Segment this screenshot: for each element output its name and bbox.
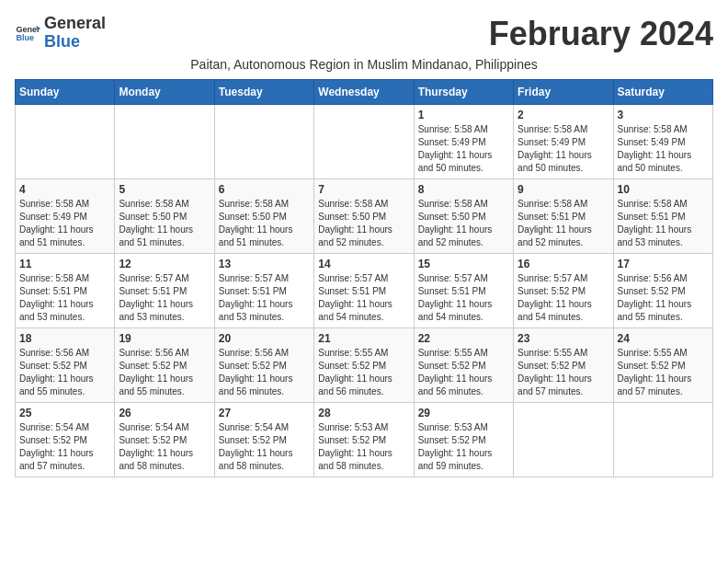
day-number: 14 [318,258,409,270]
day-detail: Sunrise: 5:56 AMSunset: 5:52 PMDaylight:… [119,347,210,398]
day-number: 29 [418,407,509,419]
day-detail: Sunrise: 5:54 AMSunset: 5:52 PMDaylight:… [19,421,110,473]
calendar-week-row: 1Sunrise: 5:58 AMSunset: 5:49 PMDaylight… [16,105,713,179]
month-title: February 2024 [489,15,713,53]
calendar-header-row: SundayMondayTuesdayWednesdayThursdayFrid… [16,80,713,105]
day-number: 27 [219,407,310,419]
logo-icon: General Blue [15,20,40,46]
day-number: 12 [119,258,210,270]
day-number: 28 [318,407,409,419]
day-number: 24 [618,332,709,345]
calendar-day-cell: 29Sunrise: 5:53 AMSunset: 5:52 PMDayligh… [414,403,513,477]
day-number: 3 [618,109,709,121]
calendar-day-cell: 1Sunrise: 5:58 AMSunset: 5:49 PMDaylight… [414,105,513,179]
calendar-week-row: 11Sunrise: 5:58 AMSunset: 5:51 PMDayligh… [16,254,713,328]
day-number: 22 [418,332,509,345]
calendar-day-cell: 20Sunrise: 5:56 AMSunset: 5:52 PMDayligh… [214,328,313,403]
calendar-day-cell: 26Sunrise: 5:54 AMSunset: 5:52 PMDayligh… [115,403,214,477]
calendar-day-cell: 15Sunrise: 5:57 AMSunset: 5:51 PMDayligh… [414,254,513,328]
calendar-day-cell: 9Sunrise: 5:58 AMSunset: 5:51 PMDaylight… [514,179,613,254]
day-of-week-header: Tuesday [214,80,313,105]
calendar-day-cell [115,105,214,179]
day-detail: Sunrise: 5:55 AMSunset: 5:52 PMDaylight:… [618,347,709,398]
day-detail: Sunrise: 5:58 AMSunset: 5:50 PMDaylight:… [219,198,310,249]
day-number: 7 [318,183,409,196]
day-detail: Sunrise: 5:58 AMSunset: 5:50 PMDaylight:… [318,198,409,249]
day-detail: Sunrise: 5:54 AMSunset: 5:52 PMDaylight:… [119,421,210,473]
calendar-day-cell: 23Sunrise: 5:55 AMSunset: 5:52 PMDayligh… [514,328,613,403]
day-of-week-header: Monday [115,80,214,105]
day-number: 11 [19,258,110,270]
day-detail: Sunrise: 5:58 AMSunset: 5:51 PMDaylight:… [618,198,709,249]
calendar-day-cell [16,105,115,179]
day-detail: Sunrise: 5:53 AMSunset: 5:52 PMDaylight:… [418,421,509,473]
logo: General Blue General Blue [15,15,106,52]
day-detail: Sunrise: 5:55 AMSunset: 5:52 PMDaylight:… [518,347,609,398]
calendar-day-cell: 28Sunrise: 5:53 AMSunset: 5:52 PMDayligh… [314,403,414,477]
calendar-week-row: 25Sunrise: 5:54 AMSunset: 5:52 PMDayligh… [16,403,713,477]
day-number: 15 [418,258,509,270]
calendar-week-row: 18Sunrise: 5:56 AMSunset: 5:52 PMDayligh… [16,328,713,403]
calendar-week-row: 4Sunrise: 5:58 AMSunset: 5:49 PMDaylight… [16,179,713,254]
day-of-week-header: Wednesday [314,80,414,105]
calendar-day-cell: 11Sunrise: 5:58 AMSunset: 5:51 PMDayligh… [16,254,115,328]
calendar-day-cell: 25Sunrise: 5:54 AMSunset: 5:52 PMDayligh… [16,403,115,477]
calendar-day-cell: 2Sunrise: 5:58 AMSunset: 5:49 PMDaylight… [514,105,613,179]
calendar-table: SundayMondayTuesdayWednesdayThursdayFrid… [15,79,713,477]
day-number: 2 [518,109,609,121]
day-number: 21 [318,332,409,345]
day-detail: Sunrise: 5:53 AMSunset: 5:52 PMDaylight:… [318,421,409,473]
calendar-day-cell: 19Sunrise: 5:56 AMSunset: 5:52 PMDayligh… [115,328,214,403]
calendar-day-cell: 10Sunrise: 5:58 AMSunset: 5:51 PMDayligh… [613,179,712,254]
calendar-day-cell [214,105,313,179]
day-detail: Sunrise: 5:54 AMSunset: 5:52 PMDaylight:… [219,421,310,473]
day-number: 4 [19,183,110,196]
day-number: 19 [119,332,210,345]
day-number: 16 [518,258,609,270]
day-number: 20 [219,332,310,345]
day-detail: Sunrise: 5:57 AMSunset: 5:51 PMDaylight:… [418,272,509,324]
logo-text: General Blue [44,15,106,52]
day-detail: Sunrise: 5:58 AMSunset: 5:49 PMDaylight:… [618,123,709,175]
calendar-day-cell: 4Sunrise: 5:58 AMSunset: 5:49 PMDaylight… [16,179,115,254]
day-detail: Sunrise: 5:55 AMSunset: 5:52 PMDaylight:… [318,347,409,398]
day-detail: Sunrise: 5:55 AMSunset: 5:52 PMDaylight:… [418,347,509,398]
svg-text:Blue: Blue [16,33,34,42]
subtitle: Paitan, Autonomous Region in Muslim Mind… [15,57,713,72]
calendar-day-cell: 17Sunrise: 5:56 AMSunset: 5:52 PMDayligh… [613,254,712,328]
day-number: 17 [618,258,709,270]
calendar-day-cell: 24Sunrise: 5:55 AMSunset: 5:52 PMDayligh… [613,328,712,403]
day-number: 10 [618,183,709,196]
calendar-day-cell: 12Sunrise: 5:57 AMSunset: 5:51 PMDayligh… [115,254,214,328]
day-detail: Sunrise: 5:58 AMSunset: 5:49 PMDaylight:… [418,123,509,175]
calendar-day-cell: 21Sunrise: 5:55 AMSunset: 5:52 PMDayligh… [314,328,414,403]
day-number: 13 [219,258,310,270]
day-detail: Sunrise: 5:58 AMSunset: 5:49 PMDaylight:… [19,198,110,249]
day-number: 23 [518,332,609,345]
calendar-body: 1Sunrise: 5:58 AMSunset: 5:49 PMDaylight… [16,105,713,477]
calendar-day-cell: 8Sunrise: 5:58 AMSunset: 5:50 PMDaylight… [414,179,513,254]
day-number: 18 [19,332,110,345]
day-detail: Sunrise: 5:57 AMSunset: 5:51 PMDaylight:… [318,272,409,324]
calendar-day-cell [314,105,414,179]
day-detail: Sunrise: 5:58 AMSunset: 5:49 PMDaylight:… [518,123,609,175]
calendar-day-cell: 3Sunrise: 5:58 AMSunset: 5:49 PMDaylight… [613,105,712,179]
calendar-day-cell: 7Sunrise: 5:58 AMSunset: 5:50 PMDaylight… [314,179,414,254]
calendar-day-cell [613,403,712,477]
day-detail: Sunrise: 5:57 AMSunset: 5:51 PMDaylight:… [119,272,210,324]
calendar-day-cell: 16Sunrise: 5:57 AMSunset: 5:52 PMDayligh… [514,254,613,328]
day-number: 5 [119,183,210,196]
day-detail: Sunrise: 5:58 AMSunset: 5:51 PMDaylight:… [518,198,609,249]
calendar-day-cell [514,403,613,477]
day-detail: Sunrise: 5:56 AMSunset: 5:52 PMDaylight:… [19,347,110,398]
day-number: 25 [19,407,110,419]
calendar-day-cell: 6Sunrise: 5:58 AMSunset: 5:50 PMDaylight… [214,179,313,254]
day-of-week-header: Thursday [414,80,513,105]
day-number: 26 [119,407,210,419]
day-of-week-header: Saturday [613,80,712,105]
day-detail: Sunrise: 5:56 AMSunset: 5:52 PMDaylight:… [618,272,709,324]
day-of-week-header: Sunday [16,80,115,105]
day-detail: Sunrise: 5:57 AMSunset: 5:52 PMDaylight:… [518,272,609,324]
day-detail: Sunrise: 5:56 AMSunset: 5:52 PMDaylight:… [219,347,310,398]
calendar-day-cell: 14Sunrise: 5:57 AMSunset: 5:51 PMDayligh… [314,254,414,328]
